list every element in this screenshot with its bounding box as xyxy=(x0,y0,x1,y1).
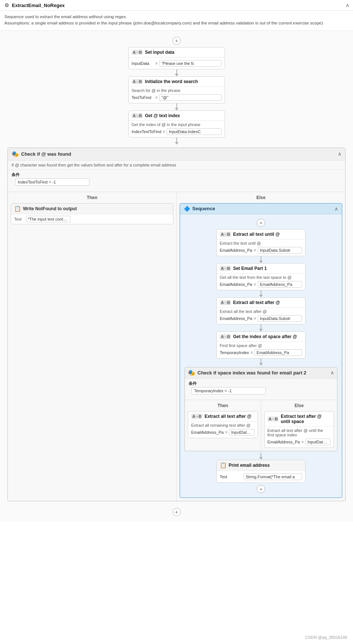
extract-after-at-field: EmailAddress_Pa = InputData.Substr xyxy=(220,315,302,322)
set-email-part1-title: Set Email Part 1 xyxy=(233,266,267,271)
extract-after-at-container: A→B Extract all text after @ Extract all… xyxy=(184,297,337,324)
seq-connector-3 xyxy=(184,324,337,331)
sequence-header: 🔷 Sequence ∧ xyxy=(180,204,342,214)
ab-icon-6: A→B xyxy=(220,300,231,305)
get-at-index-title: Get @ text index xyxy=(145,113,180,118)
workflow-icon: ⚙ xyxy=(4,2,10,8)
input-data-field-row: InputData = "Please use the fc xyxy=(132,60,222,67)
inner-else-title: Extract text after @ until space xyxy=(281,414,331,424)
else-column: Else 🔷 Sequence ∧ xyxy=(177,192,345,501)
connector-3 xyxy=(7,138,346,145)
check-if-collapse-button[interactable]: ∧ xyxy=(338,151,341,157)
extract-until-at-desc: Extract the text until @ xyxy=(220,241,302,245)
write-notfound-block: 📋 Write NotFound to output Text *The inp… xyxy=(11,203,173,224)
extract-until-at-container: A→B Extract all text until @ Extract the… xyxy=(184,229,337,256)
bottom-plus-button[interactable]: + xyxy=(173,508,181,516)
index-text-field-row: IndexTextToFind = InputData.IndexC xyxy=(132,128,222,135)
inner-else-header: A→B Extract text after @ until space xyxy=(265,412,334,427)
text-to-find-value: "@" xyxy=(159,94,222,101)
seq-connector-5 xyxy=(184,453,337,460)
set-input-data-body: InputData = "Please use the fc xyxy=(129,57,225,69)
index-text-eq: = xyxy=(163,129,165,134)
init-word-search-block: A→B Initialize the word search Search fo… xyxy=(128,76,225,103)
write-field-value: *The input text contains no xyxy=(26,216,71,222)
ab-icon-7: A→B xyxy=(220,334,231,339)
sequence-top-plus: + xyxy=(184,219,337,227)
set-email-part1-fval: EmailAddress_Pa xyxy=(258,281,302,288)
set-email-part1-header: A→B Set Email Part 1 xyxy=(217,264,305,274)
input-data-field-name: InputData xyxy=(132,61,154,66)
header-left: ⚙ ExtractEmail_NoRegex xyxy=(4,2,65,8)
top-plus-container: + xyxy=(7,37,346,45)
sequence-bottom-plus: + xyxy=(184,485,337,493)
condition-value-container: IndexTextToFind = -1 xyxy=(8,178,345,192)
sequence-collapse-button[interactable]: ∧ xyxy=(334,206,338,212)
ab-icon-8: A→B xyxy=(191,414,202,419)
set-input-data-block: A→B Set input data InputData = "Please u… xyxy=(128,47,225,69)
sequence-bottom-plus-button[interactable]: + xyxy=(257,485,265,493)
input-data-field-value: "Please use the fc xyxy=(159,60,222,67)
set-email-part1-container: A→B Set Email Part 1 Get all the text fr… xyxy=(184,263,337,290)
then-label: Then xyxy=(11,195,173,200)
text-to-find-eq: = xyxy=(156,95,158,100)
check-if-at-found-title: Check if @ was found xyxy=(21,151,71,157)
get-at-index-block: A→B Get @ text index Get the index of @ … xyxy=(128,110,225,138)
seq-connector-4 xyxy=(184,359,337,366)
check-if-icon: 🎭 xyxy=(12,151,19,158)
inner-else-desc: Extract all text after @ until the first… xyxy=(268,428,331,437)
header-bar: ⚙ ExtractEmail_NoRegex ∧ xyxy=(0,0,353,11)
print-email-field: Text String.Format(*The email a xyxy=(220,473,302,480)
print-icon: 📋 xyxy=(220,462,227,469)
inner-then-fval: InputData.Substr xyxy=(229,429,255,436)
get-space-index-eq: = xyxy=(251,350,253,355)
extract-until-at-block: A→B Extract all text until @ Extract the… xyxy=(216,229,305,256)
inner-then-body: Extract all remaining text after @ Email… xyxy=(188,422,258,438)
get-at-index-header: A→B Get @ text index xyxy=(129,111,225,121)
print-email-title: Print email address xyxy=(229,463,270,468)
print-email-container: 📋 Print email address Text String.Format… xyxy=(184,460,337,483)
inner-else-label: Else xyxy=(264,403,334,408)
connector-2 xyxy=(7,103,346,110)
extract-until-at-eq: = xyxy=(254,248,256,252)
collapse-button[interactable]: ∧ xyxy=(346,2,349,8)
extract-after-at-header: A→B Extract all text after @ xyxy=(217,298,305,308)
extract-after-at-title: Extract all text after @ xyxy=(233,300,280,305)
extract-until-at-field: EmailAddress_Pa = InputData.Substr xyxy=(220,247,302,254)
set-email-part1-desc: Get all the text from the last space to … xyxy=(220,275,302,280)
check-space-collapse-button[interactable]: ∧ xyxy=(330,370,334,376)
set-input-data-header: A→B Set input data xyxy=(129,47,225,57)
extract-after-at-desc: Extract all the text after @ xyxy=(220,309,302,314)
text-to-find-field-name: TextToFind xyxy=(132,95,154,100)
branch-row: Then 📋 Write NotFound to output Text *Th… xyxy=(8,192,345,501)
check-space-header-left: 🎭 Check if space index was found for ema… xyxy=(188,369,306,376)
inner-then-header: A→B Extract all text after @ xyxy=(188,412,258,422)
print-email-header: 📋 Print email address xyxy=(217,460,305,471)
seq-connector-1 xyxy=(184,256,337,263)
extract-until-at-header: A→B Extract all text until @ xyxy=(217,229,305,240)
check-if-at-found-section: 🎭 Check if @ was found ∧ If @ character … xyxy=(7,148,346,501)
write-icon: 📋 xyxy=(14,205,21,212)
print-email-fval: String.Format(*The email a xyxy=(243,473,302,480)
set-email-part1-field: EmailAddress_Pa = EmailAddress_Pa xyxy=(220,281,302,288)
extract-until-at-title: Extract all text until @ xyxy=(233,232,280,237)
extract-until-at-fval: InputData.Substr xyxy=(258,247,302,254)
sequence-top-plus-button[interactable]: + xyxy=(257,219,265,227)
inner-else-block: A→B Extract text after @ until space Ext… xyxy=(264,411,334,448)
watermark: CSDN @qq_38316148 xyxy=(305,635,347,640)
inner-then-desc: Extract all remaining text after @ xyxy=(191,423,255,427)
top-plus-button[interactable]: + xyxy=(173,37,181,45)
connector-1 xyxy=(7,69,346,76)
extract-after-at-fval: InputData.Substr xyxy=(258,315,302,322)
write-notfound-header: 📋 Write NotFound to output xyxy=(11,204,173,214)
sequence-body: + A→B Extract all text until @ xyxy=(180,214,342,498)
check-space-condition-value-container: TemporaryIndex = -1 xyxy=(185,387,337,400)
get-space-index-desc: Find first space after @ xyxy=(220,343,302,348)
inner-else-field: EmailAddress_Pa = InputData.Substr xyxy=(268,439,331,445)
check-space-condition-value: TemporaryIndex = -1 xyxy=(192,387,266,394)
input-data-eq: = xyxy=(156,61,158,66)
init-word-search-body: Search for @ in the phrase TextToFind = … xyxy=(129,87,225,103)
inner-else-feq: = xyxy=(301,440,304,444)
else-label: Else xyxy=(180,195,342,200)
init-word-search-title: Initialize the word search xyxy=(145,79,198,84)
write-field-name: Text xyxy=(14,217,24,221)
